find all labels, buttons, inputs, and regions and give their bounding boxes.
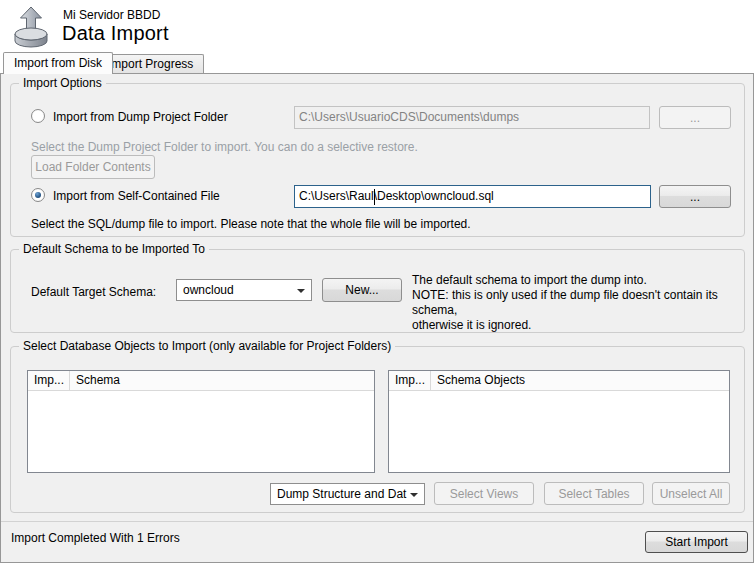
page-title: Data Import (62, 22, 169, 45)
default-schema-note: The default schema to import the dump in… (412, 273, 752, 333)
dump-folder-radio-label[interactable]: Import from Dump Project Folder (53, 110, 228, 124)
new-schema-button[interactable]: New... (322, 278, 402, 302)
select-views-button[interactable]: Select Views (434, 482, 534, 505)
unselect-all-button[interactable]: Unselect All (652, 482, 730, 505)
data-import-icon (11, 5, 51, 49)
dump-type-value: Dump Structure and Dat (277, 487, 406, 501)
connection-name: Mi Servidor BBDD (63, 8, 160, 22)
schema-objects-col-import[interactable]: Imp... (389, 371, 431, 390)
dump-folder-help-text: Select the Dump Project Folder to import… (31, 140, 418, 154)
header: Mi Servidor BBDD Data Import (0, 0, 754, 52)
import-options-title: Import Options (19, 76, 106, 90)
text-caret (374, 189, 375, 205)
tab-import-progress[interactable]: Import Progress (97, 54, 204, 73)
self-contained-browse-button[interactable]: ... (659, 185, 731, 208)
self-contained-path-value: C:\Users\Raul\Desktop\owncloud.sql (299, 189, 494, 203)
footer-separator (1, 521, 753, 522)
default-target-schema-select[interactable]: owncloud (176, 279, 312, 301)
default-target-schema-value: owncloud (183, 283, 234, 297)
dump-folder-radio[interactable] (31, 109, 45, 123)
dump-type-select[interactable]: Dump Structure and Dat (270, 483, 425, 505)
dump-folder-browse-button[interactable]: ... (659, 106, 731, 129)
schema-objects-list[interactable]: Imp... Schema Objects (388, 370, 730, 473)
schema-list[interactable]: Imp... Schema (27, 370, 375, 473)
self-contained-radio[interactable] (31, 188, 45, 202)
select-tables-button[interactable]: Select Tables (544, 482, 644, 505)
tab-import-from-disk[interactable]: Import from Disk (3, 52, 113, 74)
default-target-schema-label: Default Target Schema: (31, 285, 156, 299)
default-schema-group: Default Schema to be Imported To Default… (10, 249, 745, 333)
schema-list-col-import[interactable]: Imp... (28, 371, 70, 390)
schema-objects-list-header: Imp... Schema Objects (389, 371, 729, 391)
chevron-down-icon (410, 493, 418, 497)
data-import-window: Mi Servidor BBDD Data Import Import from… (0, 0, 754, 568)
import-options-group: Import Options Import from Dump Project … (10, 83, 745, 237)
object-selection-group: Select Database Objects to Import (only … (10, 346, 745, 513)
schema-list-col-schema[interactable]: Schema (70, 371, 126, 390)
import-status-text: Import Completed With 1 Errors (11, 531, 180, 545)
main-panel: Import Options Import from Dump Project … (0, 73, 754, 563)
self-contained-help-text: Select the SQL/dump file to import. Plea… (31, 217, 471, 231)
load-folder-contents-button[interactable]: Load Folder Contents (31, 155, 155, 179)
dump-folder-path-value: C:\Users\UsuarioCDS\Documents\dumps (299, 110, 519, 124)
schema-objects-col-name[interactable]: Schema Objects (431, 371, 531, 390)
default-schema-title: Default Schema to be Imported To (19, 242, 209, 256)
start-import-button[interactable]: Start Import (645, 531, 748, 553)
object-selection-title: Select Database Objects to Import (only … (19, 339, 395, 353)
schema-list-header: Imp... Schema (28, 371, 374, 391)
chevron-down-icon (297, 289, 305, 293)
self-contained-radio-label[interactable]: Import from Self-Contained File (53, 189, 220, 203)
tab-bar: Import from Disk Import Progress (0, 52, 754, 73)
self-contained-path-input[interactable]: C:\Users\Raul\Desktop\owncloud.sql (294, 185, 651, 208)
dump-folder-path-input[interactable]: C:\Users\UsuarioCDS\Documents\dumps (294, 106, 650, 129)
